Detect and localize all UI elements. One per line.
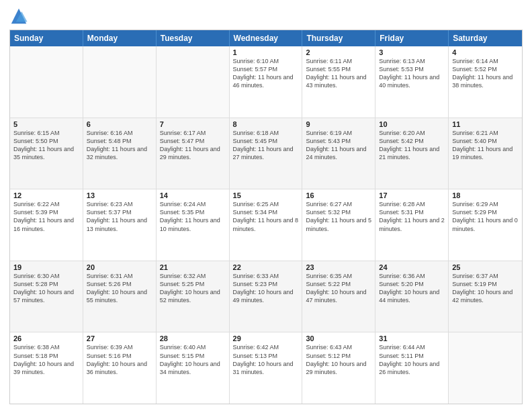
cell-info: Sunrise: 6:37 AMSunset: 5:19 PMDaylight:…	[452, 272, 519, 305]
day-number: 16	[306, 191, 371, 199]
day-number: 8	[233, 120, 299, 128]
calendar-header-cell: Sunday	[10, 30, 83, 46]
day-number: 3	[379, 48, 445, 56]
day-number: 31	[379, 334, 445, 342]
cell-info: Sunrise: 6:30 AMSunset: 5:28 PMDaylight:…	[13, 272, 79, 305]
day-number: 7	[160, 120, 226, 128]
day-number: 27	[87, 334, 152, 342]
calendar-cell: 30Sunrise: 6:43 AMSunset: 5:12 PMDayligh…	[302, 332, 375, 404]
cell-info: Sunrise: 6:39 AMSunset: 5:16 PMDaylight:…	[87, 343, 152, 376]
cell-info: Sunrise: 6:43 AMSunset: 5:12 PMDaylight:…	[306, 343, 371, 376]
day-number: 21	[160, 263, 226, 271]
cell-info: Sunrise: 6:35 AMSunset: 5:22 PMDaylight:…	[306, 272, 371, 305]
cell-info: Sunrise: 6:15 AMSunset: 5:50 PMDaylight:…	[13, 129, 79, 162]
cell-info: Sunrise: 6:44 AMSunset: 5:11 PMDaylight:…	[379, 343, 445, 376]
cell-info: Sunrise: 6:33 AMSunset: 5:23 PMDaylight:…	[233, 272, 299, 305]
cell-info: Sunrise: 6:32 AMSunset: 5:25 PMDaylight:…	[160, 272, 226, 305]
cell-info: Sunrise: 6:40 AMSunset: 5:15 PMDaylight:…	[160, 343, 226, 376]
day-number: 22	[233, 263, 299, 271]
cell-info: Sunrise: 6:17 AMSunset: 5:47 PMDaylight:…	[160, 129, 226, 162]
cell-info: Sunrise: 6:11 AMSunset: 5:55 PMDaylight:…	[306, 57, 371, 90]
calendar-row: 5Sunrise: 6:15 AMSunset: 5:50 PMDaylight…	[10, 118, 522, 190]
calendar-cell: 24Sunrise: 6:36 AMSunset: 5:20 PMDayligh…	[375, 261, 449, 332]
day-number: 24	[379, 263, 445, 271]
calendar-cell: 28Sunrise: 6:40 AMSunset: 5:15 PMDayligh…	[157, 332, 230, 404]
cell-info: Sunrise: 6:21 AMSunset: 5:40 PMDaylight:…	[452, 129, 519, 162]
calendar-cell: 8Sunrise: 6:18 AMSunset: 5:45 PMDaylight…	[230, 118, 303, 189]
day-number: 15	[233, 191, 299, 199]
calendar-cell: 5Sunrise: 6:15 AMSunset: 5:50 PMDaylight…	[10, 118, 83, 189]
calendar-cell	[83, 46, 157, 118]
cell-info: Sunrise: 6:18 AMSunset: 5:45 PMDaylight:…	[233, 129, 299, 162]
calendar-cell: 18Sunrise: 6:29 AMSunset: 5:29 PMDayligh…	[449, 189, 522, 261]
calendar-cell: 16Sunrise: 6:27 AMSunset: 5:32 PMDayligh…	[302, 189, 375, 261]
day-number: 18	[452, 191, 519, 199]
calendar-cell: 13Sunrise: 6:23 AMSunset: 5:37 PMDayligh…	[83, 189, 157, 261]
calendar-cell: 12Sunrise: 6:22 AMSunset: 5:39 PMDayligh…	[10, 189, 83, 261]
cell-info: Sunrise: 6:20 AMSunset: 5:42 PMDaylight:…	[379, 129, 445, 162]
day-number: 4	[452, 48, 519, 56]
cell-info: Sunrise: 6:42 AMSunset: 5:13 PMDaylight:…	[233, 343, 299, 376]
calendar-cell: 31Sunrise: 6:44 AMSunset: 5:11 PMDayligh…	[375, 332, 449, 404]
calendar-cell: 9Sunrise: 6:19 AMSunset: 5:43 PMDaylight…	[302, 118, 375, 189]
cell-info: Sunrise: 6:23 AMSunset: 5:37 PMDaylight:…	[87, 200, 152, 233]
day-number: 11	[452, 120, 519, 128]
calendar-cell: 10Sunrise: 6:20 AMSunset: 5:42 PMDayligh…	[375, 118, 449, 189]
calendar-cell: 27Sunrise: 6:39 AMSunset: 5:16 PMDayligh…	[83, 332, 157, 404]
day-number: 12	[13, 191, 79, 199]
day-number: 30	[306, 334, 371, 342]
calendar-cell: 15Sunrise: 6:25 AMSunset: 5:34 PMDayligh…	[230, 189, 303, 261]
day-number: 5	[13, 120, 79, 128]
day-number: 14	[160, 191, 226, 199]
calendar-header-row: SundayMondayTuesdayWednesdayThursdayFrid…	[10, 30, 522, 46]
calendar-cell: 3Sunrise: 6:13 AMSunset: 5:53 PMDaylight…	[375, 46, 449, 118]
cell-info: Sunrise: 6:13 AMSunset: 5:53 PMDaylight:…	[379, 57, 445, 90]
cell-info: Sunrise: 6:29 AMSunset: 5:29 PMDaylight:…	[452, 200, 519, 233]
day-number: 19	[13, 263, 79, 271]
calendar-cell: 7Sunrise: 6:17 AMSunset: 5:47 PMDaylight…	[157, 118, 230, 189]
day-number: 10	[379, 120, 445, 128]
cell-info: Sunrise: 6:10 AMSunset: 5:57 PMDaylight:…	[233, 57, 299, 90]
calendar-cell	[157, 46, 230, 118]
day-number: 26	[13, 334, 79, 342]
calendar-row: 26Sunrise: 6:38 AMSunset: 5:18 PMDayligh…	[10, 332, 522, 404]
cell-info: Sunrise: 6:14 AMSunset: 5:52 PMDaylight:…	[452, 57, 519, 90]
calendar-cell	[10, 46, 83, 118]
day-number: 9	[306, 120, 371, 128]
calendar-cell: 4Sunrise: 6:14 AMSunset: 5:52 PMDaylight…	[449, 46, 522, 118]
calendar-cell: 21Sunrise: 6:32 AMSunset: 5:25 PMDayligh…	[157, 261, 230, 332]
calendar-cell: 11Sunrise: 6:21 AMSunset: 5:40 PMDayligh…	[449, 118, 522, 189]
calendar-cell	[449, 332, 522, 404]
day-number: 13	[87, 191, 152, 199]
calendar-cell: 14Sunrise: 6:24 AMSunset: 5:35 PMDayligh…	[157, 189, 230, 261]
day-number: 2	[306, 48, 371, 56]
calendar: SundayMondayTuesdayWednesdayThursdayFrid…	[9, 30, 523, 404]
day-number: 29	[233, 334, 299, 342]
day-number: 20	[87, 263, 152, 271]
cell-info: Sunrise: 6:27 AMSunset: 5:32 PMDaylight:…	[306, 200, 371, 233]
calendar-header-cell: Wednesday	[230, 30, 303, 46]
cell-info: Sunrise: 6:25 AMSunset: 5:34 PMDaylight:…	[233, 200, 299, 233]
cell-info: Sunrise: 6:22 AMSunset: 5:39 PMDaylight:…	[13, 200, 79, 233]
day-number: 25	[452, 263, 519, 271]
calendar-cell: 17Sunrise: 6:28 AMSunset: 5:31 PMDayligh…	[375, 189, 449, 261]
calendar-header-cell: Tuesday	[157, 30, 230, 46]
calendar-cell: 20Sunrise: 6:31 AMSunset: 5:26 PMDayligh…	[83, 261, 157, 332]
cell-info: Sunrise: 6:28 AMSunset: 5:31 PMDaylight:…	[379, 200, 445, 233]
page-container: SundayMondayTuesdayWednesdayThursdayFrid…	[0, 0, 532, 411]
day-number: 6	[87, 120, 152, 128]
calendar-row: 12Sunrise: 6:22 AMSunset: 5:39 PMDayligh…	[10, 189, 522, 261]
calendar-cell: 25Sunrise: 6:37 AMSunset: 5:19 PMDayligh…	[449, 261, 522, 332]
cell-info: Sunrise: 6:38 AMSunset: 5:18 PMDaylight:…	[13, 343, 79, 376]
day-number: 28	[160, 334, 226, 342]
calendar-cell: 29Sunrise: 6:42 AMSunset: 5:13 PMDayligh…	[230, 332, 303, 404]
header	[9, 7, 523, 26]
calendar-cell: 19Sunrise: 6:30 AMSunset: 5:28 PMDayligh…	[10, 261, 83, 332]
logo-icon	[9, 7, 28, 26]
calendar-cell: 26Sunrise: 6:38 AMSunset: 5:18 PMDayligh…	[10, 332, 83, 404]
day-number: 23	[306, 263, 371, 271]
calendar-header-cell: Monday	[83, 30, 157, 46]
calendar-cell: 2Sunrise: 6:11 AMSunset: 5:55 PMDaylight…	[302, 46, 375, 118]
cell-info: Sunrise: 6:36 AMSunset: 5:20 PMDaylight:…	[379, 272, 445, 305]
cell-info: Sunrise: 6:19 AMSunset: 5:43 PMDaylight:…	[306, 129, 371, 162]
